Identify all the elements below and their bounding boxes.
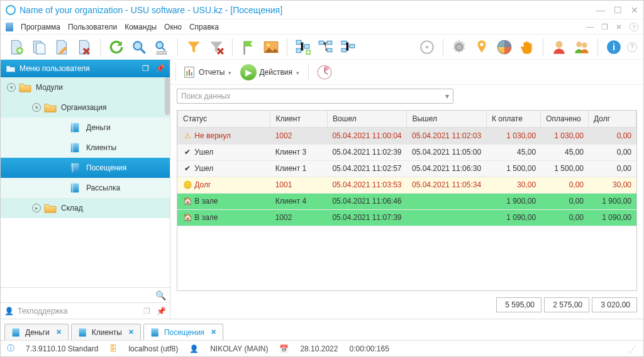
book-icon bbox=[69, 122, 82, 133]
tree-add-icon[interactable] bbox=[294, 38, 313, 57]
mdi-close-button[interactable]: ✕ bbox=[616, 23, 622, 31]
filter-icon[interactable] bbox=[184, 38, 203, 57]
filter-clear-icon[interactable] bbox=[207, 38, 226, 57]
actions-button[interactable]: ▶ Действия bbox=[238, 63, 302, 82]
tab-close-icon[interactable]: ✕ bbox=[211, 328, 216, 336]
tab-money[interactable]: Деньги✕ bbox=[4, 324, 69, 340]
table-row[interactable]: ✔ УшелКлиент 105.04.2021 11:02:5705.04.2… bbox=[177, 160, 636, 177]
tree-node-clients[interactable]: Клиенты bbox=[1, 138, 170, 158]
tab-clients[interactable]: Клиенты✕ bbox=[71, 324, 141, 340]
tree-node-organization[interactable]: ▾ Организация bbox=[1, 97, 170, 118]
support-pin-icon[interactable]: 📌 bbox=[157, 307, 166, 316]
cell-paid: 0,00 bbox=[541, 193, 589, 209]
menu-program[interactable]: Программа bbox=[21, 23, 60, 31]
tree-node-mailing[interactable]: Рассылка bbox=[1, 178, 170, 198]
gear-icon[interactable] bbox=[450, 38, 469, 57]
db-icon: 🗄 bbox=[109, 344, 117, 353]
tab-label: Деньги bbox=[25, 328, 50, 337]
tab-close-icon[interactable]: ✕ bbox=[128, 328, 134, 336]
collapse-icon[interactable]: ▾ bbox=[7, 83, 16, 92]
svg-point-19 bbox=[480, 42, 483, 45]
maximize-button[interactable]: ☐ bbox=[614, 5, 622, 15]
tree-node-stock[interactable]: ▸ Склад bbox=[1, 198, 170, 218]
grid-totals: 5 595,00 2 575,00 3 020,00 bbox=[170, 295, 643, 319]
reports-button[interactable]: Отчеты bbox=[180, 64, 234, 80]
cell-in: 05.04.2021 11:03:53 bbox=[327, 177, 407, 193]
table-row[interactable]: ⚠ Не вернул100205.04.2021 11:00:0405.04.… bbox=[177, 128, 636, 144]
svg-point-22 bbox=[556, 41, 563, 48]
cell-status: В зале bbox=[194, 213, 218, 222]
close-button[interactable]: ✕ bbox=[631, 5, 638, 15]
tree-node-visits[interactable]: Посещения bbox=[1, 158, 170, 178]
mdi-minimize-button[interactable]: — bbox=[586, 23, 594, 31]
scrollbar[interactable] bbox=[165, 77, 170, 115]
target-icon[interactable] bbox=[418, 38, 436, 57]
tab-close-icon[interactable]: ✕ bbox=[56, 328, 62, 336]
col-in[interactable]: Вошел bbox=[328, 111, 407, 128]
search-icon[interactable]: 🔍 bbox=[155, 290, 166, 300]
flag-icon[interactable] bbox=[239, 38, 258, 57]
col-out[interactable]: Вышел bbox=[407, 111, 486, 128]
color-icon[interactable] bbox=[495, 38, 514, 57]
menu-commands[interactable]: Команды bbox=[125, 23, 157, 31]
tree-expand-icon[interactable] bbox=[339, 38, 358, 57]
support-window-icon[interactable]: ❐ bbox=[143, 307, 150, 316]
svg-rect-28 bbox=[72, 123, 74, 132]
tree-node-money[interactable]: Деньги bbox=[1, 118, 170, 138]
sidebar-window-icon[interactable]: ❐ bbox=[142, 64, 149, 73]
mdi-help-button[interactable]: ? bbox=[630, 23, 638, 31]
tree-node-modules[interactable]: ▾ Модули bbox=[1, 77, 170, 97]
table-row[interactable]: ▸🪙 Долг100105.04.2021 11:03:5305.04.2021… bbox=[177, 177, 636, 193]
cell-out: 05.04.2021 11:02:03 bbox=[407, 128, 487, 144]
chevron-down-icon[interactable]: ▾ bbox=[445, 92, 449, 101]
resize-grip-icon[interactable]: ⋰ bbox=[629, 344, 637, 353]
help-small-icon[interactable]: ? bbox=[627, 42, 637, 52]
tree-collapse-icon[interactable] bbox=[316, 38, 335, 57]
book-icon bbox=[11, 327, 21, 338]
mdi-restore-button[interactable]: ❐ bbox=[601, 23, 608, 31]
hand-icon[interactable] bbox=[518, 38, 536, 57]
col-client[interactable]: Клиент bbox=[270, 111, 328, 128]
info-icon[interactable]: i bbox=[604, 38, 623, 57]
tab-label: Клиенты bbox=[92, 328, 122, 337]
cell-paid: 45,00 bbox=[541, 144, 589, 160]
table-row[interactable]: 🏠 В зале100205.04.2021 11:07:391 090,000… bbox=[177, 209, 636, 226]
grid-header-row: Статус Клиент Вошел Вышел К оплате Оплач… bbox=[178, 111, 636, 128]
search-icon[interactable] bbox=[130, 38, 148, 57]
total-paid: 2 575,00 bbox=[544, 297, 589, 312]
table-row[interactable]: ✔ УшелКлиент 305.04.2021 11:02:3905.04.2… bbox=[177, 144, 636, 160]
new-doc-icon[interactable] bbox=[7, 38, 26, 57]
user-icon[interactable] bbox=[550, 38, 569, 57]
col-debt[interactable]: Долг bbox=[589, 111, 636, 128]
svg-point-16 bbox=[426, 45, 428, 48]
users-icon[interactable] bbox=[572, 38, 591, 57]
tree-label: Организация bbox=[61, 103, 106, 112]
search-input[interactable]: Поиск данных ▾ bbox=[177, 89, 453, 104]
menu-users[interactable]: Пользователи bbox=[68, 23, 117, 31]
delete-doc-icon[interactable] bbox=[75, 38, 94, 57]
zoom-list-icon[interactable] bbox=[152, 38, 171, 57]
menu-help[interactable]: Справка bbox=[189, 23, 219, 31]
tab-visits[interactable]: Посещения✕ bbox=[143, 324, 223, 340]
edit-doc-icon[interactable] bbox=[52, 38, 71, 57]
pin-icon[interactable] bbox=[472, 38, 491, 57]
status-icon: ⚠ bbox=[182, 131, 192, 140]
col-paid[interactable]: Оплачено bbox=[541, 111, 589, 128]
svg-rect-37 bbox=[189, 69, 190, 75]
nav-tree: ▾ Модули ▾ Организация Деньги Клиенты bbox=[1, 77, 170, 287]
minimize-button[interactable]: — bbox=[596, 5, 605, 15]
cell-pay: 45,00 bbox=[487, 144, 541, 160]
col-status[interactable]: Статус bbox=[178, 111, 270, 128]
expand-icon[interactable]: ▸ bbox=[32, 204, 41, 212]
user-icon: 👤 bbox=[189, 344, 199, 353]
support-panel[interactable]: 👤 Техподдержка ❐ 📌 bbox=[1, 302, 170, 319]
refresh-icon[interactable] bbox=[107, 38, 126, 57]
copy-doc-icon[interactable] bbox=[30, 38, 48, 57]
collapse-icon[interactable]: ▾ bbox=[32, 103, 41, 112]
image-icon[interactable] bbox=[262, 38, 280, 57]
menu-window[interactable]: Окно bbox=[164, 23, 182, 31]
clock-icon[interactable] bbox=[315, 63, 334, 82]
col-pay[interactable]: К оплате bbox=[486, 111, 540, 128]
sidebar-pin-icon[interactable]: 📌 bbox=[155, 64, 165, 73]
table-row[interactable]: 🏠 В залеКлиент 405.04.2021 11:06:461 900… bbox=[177, 193, 636, 209]
